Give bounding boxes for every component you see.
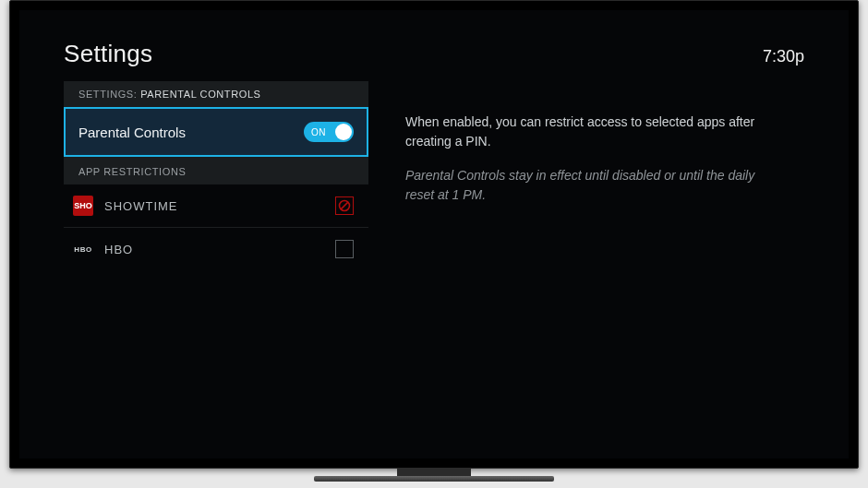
hbo-icon: HBO: [73, 239, 93, 259]
description-line1: When enabled, you can restrict access to…: [405, 113, 756, 151]
parental-controls-toggle-row[interactable]: Parental Controls ON: [64, 107, 368, 157]
breadcrumb-prefix: SETTINGS:: [78, 89, 137, 100]
description-panel: When enabled, you can restrict access to…: [405, 81, 804, 270]
toggle-state-text: ON: [311, 127, 326, 137]
restriction-checkbox-hbo[interactable]: [335, 240, 354, 258]
page-title: Settings: [64, 40, 152, 68]
parental-controls-label: Parental Controls: [78, 125, 186, 140]
app-row-hbo[interactable]: HBO HBO: [64, 228, 368, 270]
clock: 7:30p: [763, 47, 804, 66]
app-name: HBO: [104, 243, 133, 256]
settings-panel: SETTINGS: PARENTAL CONTROLS Parental Con…: [64, 81, 368, 270]
parental-controls-toggle[interactable]: ON: [304, 122, 354, 142]
prohibit-icon: [338, 199, 351, 212]
breadcrumb: SETTINGS: PARENTAL CONTROLS: [64, 81, 368, 107]
showtime-icon: SHO: [73, 196, 93, 216]
screen: Settings 7:30p SETTINGS: PARENTAL CONTRO…: [19, 10, 849, 458]
content: SETTINGS: PARENTAL CONTROLS Parental Con…: [64, 81, 804, 270]
app-restrictions-label: APP RESTRICTIONS: [64, 157, 368, 184]
app-left: SHO SHOWTIME: [73, 196, 178, 216]
app-name: SHOWTIME: [104, 199, 178, 213]
app-left: HBO HBO: [73, 239, 133, 259]
tv-stand-base: [314, 476, 554, 482]
toggle-knob: [335, 124, 352, 140]
tv-frame: Settings 7:30p SETTINGS: PARENTAL CONTRO…: [9, 0, 859, 469]
restriction-checkbox-showtime[interactable]: [335, 196, 354, 215]
app-row-showtime[interactable]: SHO SHOWTIME: [64, 184, 368, 228]
header: Settings 7:30p: [64, 40, 804, 68]
svg-line-1: [341, 202, 348, 209]
description-line2: Parental Controls stay in effect until d…: [405, 166, 756, 205]
breadcrumb-current: PARENTAL CONTROLS: [140, 89, 260, 100]
